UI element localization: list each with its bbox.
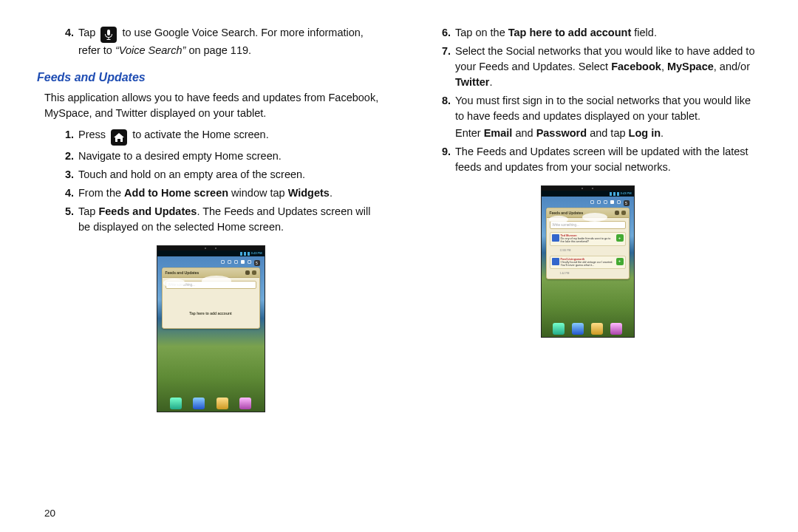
dock-app-icon [553, 323, 565, 335]
step-7: 7. Select the Social networks that you w… [433, 44, 761, 90]
refresh-icon [245, 270, 250, 275]
dock [542, 323, 634, 335]
voice-search-ref: “Voice Search” [115, 44, 185, 56]
step-1: 1. Press to activate the Home screen. [56, 127, 384, 146]
plus-icon: + [616, 258, 624, 265]
widget-title: Feeds and Updates [166, 270, 200, 276]
refresh-icon [615, 211, 619, 215]
step-6: 6. Tap on the Tap here to add account fi… [433, 25, 761, 41]
gear-icon [621, 211, 626, 215]
tablet-screenshot-empty-widget: 3:43 PM 5 Feeds and Updates Write someth… [157, 245, 265, 412]
step-number: 4. [56, 25, 78, 58]
page-indicator-icon: 5 [254, 260, 260, 266]
manual-page: 4. Tap to use Google Voice Search. For m… [0, 0, 798, 532]
tablet-screenshot-feeds-populated: 3:43 PM 5 Feeds and Updates Write someth… [541, 185, 635, 338]
avatar [552, 258, 559, 265]
step-8: 8. You must first sign in to the social … [433, 93, 761, 124]
dock [157, 398, 265, 409]
feed-item: Ted MunsonDo any of my bodie friends wan… [550, 232, 626, 246]
step-5: 5. Tap Feeds and Updates. The Feeds and … [56, 204, 384, 235]
tap-here-add-account: Tap here to add account [166, 311, 256, 316]
avatar [552, 234, 559, 242]
left-column: 4. Tap to use Google Voice Search. For m… [37, 22, 384, 525]
feed-timestamp: 1:44 PM [550, 272, 626, 276]
page-indicator-icon: 5 [624, 200, 630, 206]
widget-title: Feeds and Updates [550, 211, 584, 216]
dock-app-icon [216, 398, 228, 409]
status-clock: 3:43 PM [621, 191, 632, 196]
dock-app-icon [170, 398, 182, 409]
mic-icon [100, 27, 117, 43]
step-3: 3. Touch and hold on an empty area of th… [56, 167, 384, 183]
dock-app-icon [610, 323, 622, 335]
dock-app-icon [239, 398, 251, 409]
feed-item: Fred LivingsworthI finally found the old… [550, 256, 626, 270]
status-clock: 3:43 PM [251, 251, 262, 256]
step-9: 9. The Feeds and Updates screen will be … [433, 144, 761, 175]
page-number: 20 [44, 508, 55, 519]
plus-icon: + [616, 234, 624, 242]
step-4-widgets: 4. From the Add to Home screen window ta… [56, 185, 384, 201]
step-4-voice: 4. Tap to use Google Voice Search. For m… [56, 25, 384, 58]
home-icon [111, 129, 127, 146]
dock-app-icon [591, 323, 603, 335]
step-8-continued: Enter Email and Password and tap Log in. [455, 126, 761, 141]
right-column: 6. Tap on the Tap here to add account fi… [414, 22, 761, 525]
dock-app-icon [572, 323, 584, 335]
step-2: 2. Navigate to a desired empty Home scre… [56, 149, 384, 164]
gear-icon [252, 270, 256, 275]
intro-paragraph: This application allows you to have feed… [44, 90, 384, 121]
feed-timestamp: 12:06 PM [550, 249, 626, 253]
feeds-updates-heading: Feeds and Updates [37, 69, 384, 86]
dock-app-icon [193, 398, 205, 409]
